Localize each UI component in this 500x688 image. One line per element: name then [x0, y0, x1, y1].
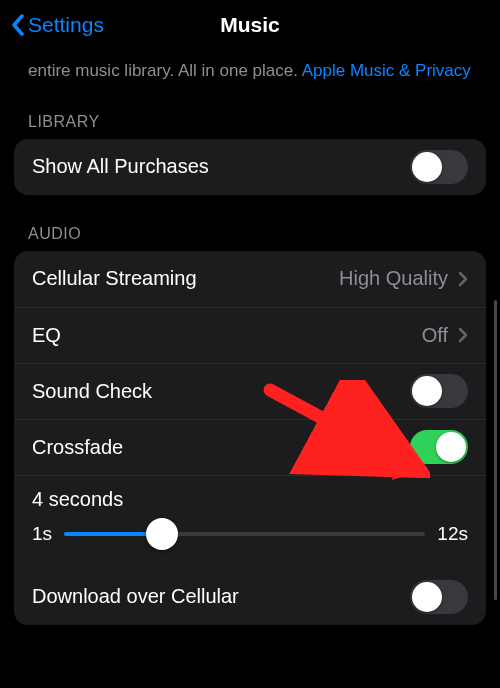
row-value: High Quality	[339, 267, 448, 290]
row-eq[interactable]: EQ Off	[14, 307, 486, 363]
slider-min-label: 1s	[32, 523, 52, 545]
row-show-all-purchases[interactable]: Show All Purchases	[14, 139, 486, 195]
chevron-right-icon	[458, 327, 468, 343]
row-label: Cellular Streaming	[32, 267, 339, 290]
slider-current-value: 4 seconds	[32, 488, 468, 511]
toggle-show-all-purchases[interactable]	[410, 150, 468, 184]
row-download-over-cellular[interactable]: Download over Cellular	[14, 569, 486, 625]
row-cellular-streaming[interactable]: Cellular Streaming High Quality	[14, 251, 486, 307]
slider-track-row: 1s 12s	[32, 517, 468, 551]
intro-footer-text: entire music library. All in one place. …	[14, 50, 486, 83]
row-label: Crossfade	[32, 436, 410, 459]
intro-text-fragment: entire music library. All in one place.	[28, 61, 302, 80]
scroll-indicator[interactable]	[494, 300, 497, 600]
toggle-knob	[436, 432, 466, 462]
section-header-library: LIBRARY	[14, 83, 486, 139]
group-library: Show All Purchases	[14, 139, 486, 195]
row-crossfade-slider: 4 seconds 1s 12s	[14, 475, 486, 569]
row-label: Show All Purchases	[32, 155, 410, 178]
group-audio: Cellular Streaming High Quality EQ Off S…	[14, 251, 486, 625]
row-value: Off	[422, 324, 448, 347]
toggle-sound-check[interactable]	[410, 374, 468, 408]
toggle-crossfade[interactable]	[410, 430, 468, 464]
slider-max-label: 12s	[437, 523, 468, 545]
back-label: Settings	[28, 13, 104, 37]
row-label: Download over Cellular	[32, 585, 410, 608]
row-label: EQ	[32, 324, 422, 347]
row-crossfade[interactable]: Crossfade	[14, 419, 486, 475]
chevron-left-icon	[10, 14, 25, 36]
chevron-right-icon	[458, 271, 468, 287]
nav-bar: Settings Music	[0, 0, 500, 50]
toggle-download-over-cellular[interactable]	[410, 580, 468, 614]
row-label: Sound Check	[32, 380, 410, 403]
content: entire music library. All in one place. …	[0, 50, 500, 625]
toggle-knob	[412, 582, 442, 612]
toggle-knob	[412, 376, 442, 406]
apple-music-privacy-link[interactable]: Apple Music & Privacy	[302, 61, 471, 80]
slider-thumb[interactable]	[146, 518, 178, 550]
back-button[interactable]: Settings	[10, 13, 104, 37]
page-title: Music	[220, 13, 280, 37]
toggle-knob	[412, 152, 442, 182]
section-header-audio: AUDIO	[14, 195, 486, 251]
crossfade-slider[interactable]	[64, 517, 425, 551]
row-sound-check[interactable]: Sound Check	[14, 363, 486, 419]
